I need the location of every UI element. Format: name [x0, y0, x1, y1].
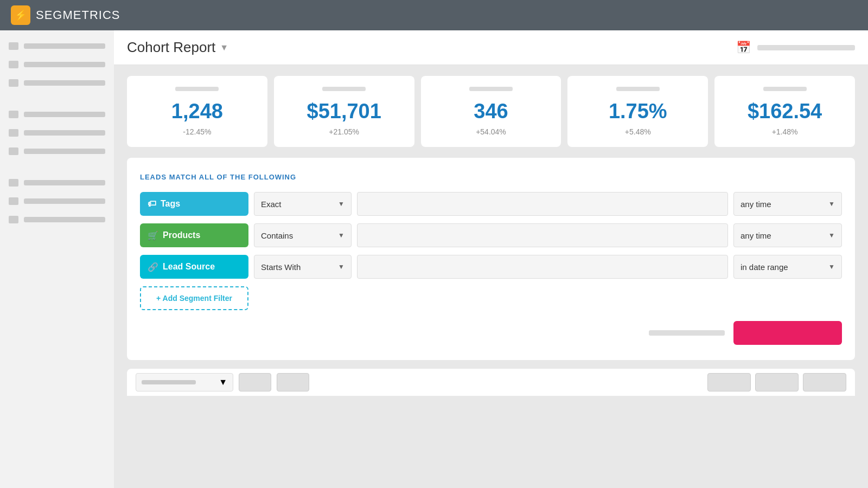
sidebar-item[interactable] — [7, 39, 107, 53]
stat-value: 1,248 — [171, 100, 223, 123]
stat-card-revenue: $51,701 +21.05% — [274, 76, 414, 147]
sidebar-label — [24, 180, 105, 185]
chevron-down-icon: ▼ — [828, 200, 835, 208]
stat-card-leads: 1,248 -12.45% — [127, 76, 267, 147]
tags-button[interactable]: 🏷 Tags — [140, 192, 248, 216]
calendar-icon[interactable]: 📅 — [736, 41, 751, 55]
sidebar-label — [24, 62, 105, 67]
main-layout: Cohort Report ▼ 📅 1,248 -12.45% $51,701 … — [0, 30, 868, 488]
filter-title: LEADS MATCH ALL OF THE FOLLOWING — [140, 173, 842, 181]
sidebar-icon — [9, 79, 18, 87]
bottom-select-value — [142, 380, 196, 384]
lead-source-icon: 🔗 — [148, 262, 158, 272]
logo-icon: ⚡ — [11, 5, 30, 25]
bottom-right-btn-2[interactable] — [755, 373, 799, 391]
sidebar-label — [24, 198, 105, 204]
sidebar-item[interactable] — [7, 76, 107, 90]
sidebar — [0, 30, 114, 488]
add-segment-row: + Add Segment Filter — [140, 286, 842, 310]
report-title-area: Cohort Report ▼ — [127, 39, 228, 56]
stat-change: -12.45% — [183, 127, 211, 136]
lead-source-button[interactable]: 🔗 Lead Source — [140, 255, 248, 279]
navbar: ⚡ SEGMETRICS — [0, 0, 868, 30]
bottom-toolbar: ▼ — [127, 369, 855, 396]
tags-label: Tags — [161, 199, 180, 209]
sidebar-icon — [9, 216, 18, 223]
filter-footer — [140, 321, 842, 345]
chevron-down-icon: ▼ — [828, 232, 835, 239]
logo: ⚡ SEGMETRICS — [11, 5, 120, 25]
title-dropdown-arrow[interactable]: ▼ — [220, 43, 228, 53]
chevron-down-icon: ▼ — [338, 263, 344, 271]
add-segment-button[interactable]: + Add Segment Filter — [140, 286, 248, 310]
chevron-down-icon: ▼ — [338, 232, 344, 239]
products-condition-select[interactable]: Contains ▼ — [254, 223, 352, 247]
stat-card-avg: $162.54 +1.48% — [714, 76, 855, 147]
sidebar-item[interactable] — [7, 107, 107, 121]
stat-label — [469, 87, 513, 91]
lead-source-label: Lead Source — [163, 262, 215, 272]
products-icon: 🛒 — [148, 230, 158, 241]
filter-row-lead-source: 🔗 Lead Source Starts With ▼ in date rang… — [140, 255, 842, 279]
lead-source-value-input[interactable] — [357, 255, 728, 279]
filter-row-products: 🛒 Products Contains ▼ any time ▼ — [140, 223, 842, 247]
sidebar-label — [24, 149, 105, 154]
stat-label — [763, 87, 807, 91]
sidebar-icon — [9, 111, 18, 118]
products-value-input[interactable] — [357, 223, 728, 247]
products-button[interactable]: 🛒 Products — [140, 223, 248, 247]
stat-value: 1.75% — [609, 100, 667, 123]
sidebar-label — [24, 130, 105, 136]
lead-source-time-select[interactable]: in date range ▼ — [733, 255, 842, 279]
stat-card-rate: 1.75% +5.48% — [567, 76, 708, 147]
stat-change: +21.05% — [329, 127, 359, 136]
stat-label — [322, 87, 366, 91]
stat-change: +54.04% — [476, 127, 506, 136]
sidebar-icon — [9, 61, 18, 68]
bottom-right-buttons — [707, 373, 846, 391]
filter-row-tags: 🏷 Tags Exact ▼ any time ▼ — [140, 192, 842, 216]
header-right: 📅 — [736, 41, 855, 55]
stat-label — [175, 87, 219, 91]
sidebar-item[interactable] — [7, 213, 107, 227]
sidebar-label — [24, 217, 105, 222]
tags-icon: 🏷 — [148, 199, 156, 209]
bottom-view-select[interactable]: ▼ — [136, 373, 233, 391]
stat-card-orders: 346 +54.04% — [421, 76, 561, 147]
footer-bar — [649, 330, 725, 336]
stat-value: 346 — [474, 100, 508, 123]
tags-value-input[interactable] — [357, 192, 728, 216]
apply-button[interactable] — [733, 321, 842, 345]
products-label: Products — [163, 230, 200, 240]
stat-label — [616, 87, 660, 91]
tags-condition-select[interactable]: Exact ▼ — [254, 192, 352, 216]
sidebar-icon — [9, 197, 18, 205]
header-bar: Cohort Report ▼ 📅 — [114, 30, 868, 65]
sidebar-label — [24, 112, 105, 117]
page-title: Cohort Report — [127, 39, 215, 56]
sidebar-item[interactable] — [7, 57, 107, 72]
sidebar-item[interactable] — [7, 176, 107, 190]
sidebar-item[interactable] — [7, 126, 107, 140]
sidebar-item[interactable] — [7, 194, 107, 208]
chevron-down-icon: ▼ — [219, 377, 227, 387]
content-area: Cohort Report ▼ 📅 1,248 -12.45% $51,701 … — [114, 30, 868, 488]
products-time-select[interactable]: any time ▼ — [733, 223, 842, 247]
bottom-right-btn-3[interactable] — [803, 373, 846, 391]
lead-source-condition-select[interactable]: Starts With ▼ — [254, 255, 352, 279]
bottom-btn-1[interactable] — [239, 373, 271, 391]
bottom-btn-2[interactable] — [277, 373, 309, 391]
sidebar-label — [24, 43, 105, 49]
stats-row: 1,248 -12.45% $51,701 +21.05% 346 +54.04… — [114, 65, 868, 158]
bottom-right-btn-1[interactable] — [707, 373, 751, 391]
tags-time-select[interactable]: any time ▼ — [733, 192, 842, 216]
stat-change: +5.48% — [625, 127, 651, 136]
logo-text: SEGMETRICS — [36, 8, 120, 22]
stat-change: +1.48% — [772, 127, 798, 136]
sidebar-item[interactable] — [7, 144, 107, 158]
header-date-bar — [757, 45, 855, 50]
chevron-down-icon: ▼ — [828, 263, 835, 271]
sidebar-label — [24, 80, 105, 86]
sidebar-icon — [9, 179, 18, 187]
chevron-down-icon: ▼ — [338, 200, 344, 208]
